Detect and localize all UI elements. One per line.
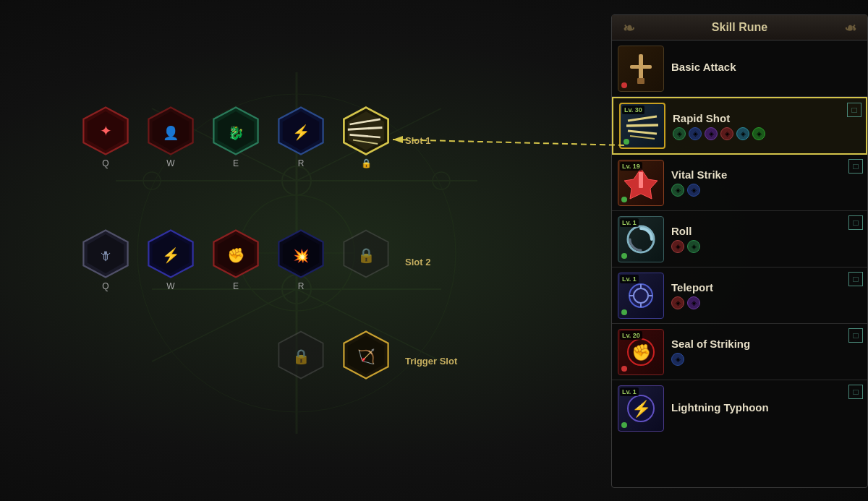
skill-e-row2[interactable]: ✊ E (210, 228, 262, 291)
rune-1[interactable]: ◈ (673, 127, 686, 140)
skill-name-seal-of-striking: Seal of Striking (671, 338, 861, 350)
skill-key-label: E (233, 281, 239, 291)
svg-text:💥: 💥 (293, 248, 310, 264)
corner-icon-lightning-typhoon: □ (848, 385, 863, 399)
skill-thumb-seal-of-striking: ✊ Lv. 20 (618, 329, 664, 375)
status-dot-vital-strike (621, 197, 627, 202)
rune-4[interactable]: ◈ (720, 127, 733, 140)
skill-runes-seal-of-striking: ◈ (671, 353, 861, 366)
skill-runes-vital-strike: ◈ ◈ (671, 184, 861, 197)
skill-item-rapid-shot[interactable]: Lv. 30 Rapid Shot ◈ ◈ ◈ ◈ ◈ ◈ □ (612, 97, 867, 155)
skill-item-teleport[interactable]: Lv. 1 Teleport ◈ ◈ □ (612, 267, 867, 324)
skill-key-label: W (166, 281, 174, 291)
slot1-hex[interactable]: 🔒 (340, 105, 392, 168)
rune-r-1[interactable]: ◈ (671, 240, 684, 253)
corner-icon-rapid-shot: □ (847, 103, 861, 117)
svg-text:👤: 👤 (163, 125, 179, 141)
status-dot-basic-attack (621, 82, 627, 88)
skill-key-label: Q (102, 281, 109, 291)
svg-point-63 (628, 226, 654, 252)
skill-q-row2[interactable]: 🗡 Q (80, 228, 132, 291)
skill-thumb-roll: Lv. 1 (618, 216, 664, 262)
skill-item-vital-strike[interactable]: Lv. 19 Vital Strike ◈ ◈ □ (612, 155, 867, 211)
svg-text:⚡: ⚡ (292, 124, 310, 141)
skill-info-seal-of-striking: Seal of Striking ◈ (664, 338, 861, 366)
svg-rect-55 (630, 65, 652, 69)
skill-name-rapid-shot: Rapid Shot (673, 112, 860, 124)
status-dot-teleport (621, 309, 627, 315)
slot2-label: Slot 2 (405, 255, 430, 268)
panel-title: Skill Rune (612, 15, 867, 40)
skill-key-label: R (298, 281, 305, 291)
svg-line-60 (630, 136, 655, 139)
svg-rect-56 (637, 78, 644, 84)
skill-item-lightning-typhoon[interactable]: ⚡ Lv. 1 Lightning Typhoon □ (612, 380, 867, 437)
skill-level-seal-of-striking: Lv. 20 (620, 331, 642, 340)
skill-thumb-lightning-typhoon: ⚡ Lv. 1 (618, 385, 664, 432)
rune-r-2[interactable]: ◈ (687, 240, 700, 253)
skill-info-roll: Roll ◈ ◈ (664, 225, 861, 253)
rune-6[interactable]: ◈ (752, 127, 765, 140)
skill-level-roll: Lv. 1 (620, 218, 639, 227)
skill-w-row2[interactable]: ⚡ W (145, 228, 197, 291)
skill-name-vital-strike: Vital Strike (671, 168, 861, 181)
skill-w-row1[interactable]: 👤 W (145, 105, 197, 168)
skill-q-row1[interactable]: ✦ Q (80, 105, 132, 168)
status-dot-lightning-typhoon (621, 422, 627, 428)
slot1-label: Slot 1 (405, 134, 430, 147)
svg-text:⚡: ⚡ (631, 399, 652, 419)
svg-text:✦: ✦ (100, 123, 112, 139)
rune-vs-2[interactable]: ◈ (687, 184, 700, 197)
skill-level-rapid-shot: Lv. 30 (622, 106, 644, 114)
svg-line-57 (628, 116, 657, 121)
skill-item-seal-of-striking[interactable]: ✊ Lv. 20 Seal of Striking ◈ □ (612, 324, 867, 380)
skill-key-label: R (298, 158, 305, 168)
skill-info-rapid-shot: Rapid Shot ◈ ◈ ◈ ◈ ◈ ◈ (665, 112, 860, 140)
skill-r-row1[interactable]: ⚡ R (275, 105, 327, 168)
svg-line-59 (628, 131, 657, 134)
rune-3[interactable]: ◈ (705, 127, 718, 140)
svg-line-58 (626, 125, 658, 126)
skill-runes-roll: ◈ ◈ (671, 240, 861, 253)
skill-name-roll: Roll (671, 225, 861, 237)
skill-level-vital-strike: Lv. 19 (620, 162, 642, 171)
skill-name-lightning-typhoon: Lightning Typhoon (671, 401, 861, 414)
rune-sos-1[interactable]: ◈ (671, 353, 684, 366)
rune-5[interactable]: ◈ (736, 127, 749, 140)
svg-text:✊: ✊ (631, 343, 652, 362)
rune-vs-1[interactable]: ◈ (671, 184, 684, 197)
slot2-hex: 🔒 (340, 228, 392, 280)
svg-text:🔒: 🔒 (357, 247, 375, 264)
skill-info-vital-strike: Vital Strike ◈ ◈ (664, 168, 861, 197)
skill-r-row2[interactable]: 💥 R (275, 228, 327, 291)
svg-text:🐉: 🐉 (228, 125, 244, 141)
rune-2[interactable]: ◈ (689, 127, 702, 140)
skill-name-teleport: Teleport (671, 281, 861, 294)
skill-level-teleport: Lv. 1 (620, 275, 639, 283)
left-skill-panel: ✦ Q 👤 W 🐉 E (0, 0, 600, 501)
skill-name-basic-attack: Basic Attack (671, 61, 861, 73)
corner-icon-teleport: □ (848, 272, 863, 286)
svg-text:🔒: 🔒 (292, 348, 310, 365)
skill-runes-teleport: ◈ ◈ (671, 296, 861, 309)
skill-thumb-rapid-shot: Lv. 30 (619, 103, 665, 149)
skill-thumb-basic-attack (618, 46, 664, 92)
skill-runes-rapid-shot: ◈ ◈ ◈ ◈ ◈ ◈ (673, 127, 860, 140)
skill-item-roll[interactable]: Lv. 1 Roll ◈ ◈ □ (612, 211, 867, 267)
rune-t-1[interactable]: ◈ (671, 296, 684, 309)
skill-key-label: E (233, 158, 239, 168)
skill-rune-panel: Skill Rune Basic Attack (611, 14, 868, 488)
svg-text:🏹: 🏹 (357, 348, 375, 365)
status-dot-rapid-shot (624, 139, 629, 145)
trigger-lock-hex: 🔒 (275, 329, 327, 381)
skill-level-lightning-typhoon: Lv. 1 (620, 387, 639, 396)
skill-thumb-vital-strike: Lv. 19 (618, 160, 664, 206)
svg-text:⚡: ⚡ (162, 247, 180, 264)
skill-thumb-teleport: Lv. 1 (618, 273, 664, 319)
svg-rect-62 (639, 172, 643, 188)
skill-item-basic-attack[interactable]: Basic Attack (612, 40, 867, 97)
skill-e-row1[interactable]: 🐉 E (210, 105, 262, 168)
rune-t-2[interactable]: ◈ (687, 296, 700, 309)
skill-key-label: W (166, 158, 174, 168)
trigger-archer-hex[interactable]: 🏹 (340, 329, 392, 381)
